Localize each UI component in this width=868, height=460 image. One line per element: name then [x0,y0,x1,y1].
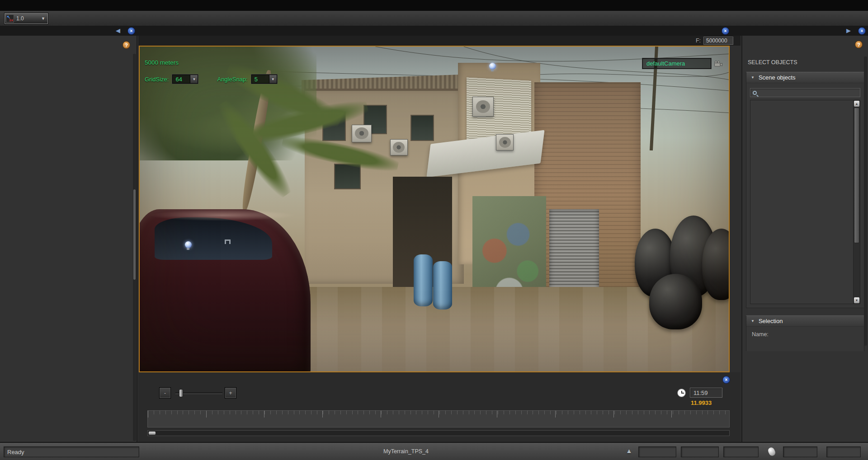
focus-cluster: F: 5000000 [696,37,741,45]
specialfx-toolbar: ? [0,36,137,55]
time-field[interactable]: 11:59 [690,388,722,398]
daytime-timeline[interactable] [147,410,730,427]
camera-icon [713,60,722,67]
timeline-scrollbar[interactable] [147,430,730,436]
character-marker-icon[interactable] [165,285,171,293]
search-input[interactable] [759,89,849,96]
zoom-level-dropdown[interactable]: 1x 1.0 ▼ [5,13,48,24]
object-filter-tabs [746,83,864,85]
far-offset-row [0,55,137,65]
menu-bar [0,0,868,11]
search-icon [753,91,757,95]
gridsize-value: 64 [173,76,190,83]
expand-right-icon[interactable]: ▶ [846,27,851,34]
tab-band: ◀ × × ▶ × [0,26,868,36]
daytime-toolbar: - + [142,387,239,399]
3d-viewport[interactable]: 5000 meters GridSize: 64 ▼ AngleSnap: 5 … [139,46,730,372]
character-marker-icon[interactable] [177,299,183,307]
specialfx-panel: ? [0,36,137,442]
name-label: Name: [752,331,769,338]
select-objects-label: SELECT OBJECTS [748,59,868,66]
coord-y-value [681,446,719,457]
map-name: MyTerrain_TPS_4 [383,448,429,455]
character-marker-icon[interactable] [169,312,175,319]
object-list: ▲ ▼ [750,100,860,304]
mouse-y-value [826,446,861,457]
app-root: 1x 1.0 ▼ ◀ × × ▶ × ? F: 5000000 [0,0,868,460]
scroll-up-icon[interactable]: ▲ [854,101,859,107]
anglesnap-value: 5 [252,76,269,83]
time-float-value: 11.9933 [691,399,712,406]
scene-objects-group: ▼ Scene objects ▲ ▼ [746,72,864,308]
camera-name-widget: defaultCamera [642,58,722,69]
chevron-down-icon[interactable]: ▼ [190,75,198,83]
scene-objects-title: Scene objects [759,74,796,81]
dock-close-icon[interactable]: × [722,27,729,35]
character-marker-icon[interactable] [193,289,199,296]
daytime-panel: × - + 11:59 11.9933 [138,372,741,442]
scrollbar-thumb[interactable] [854,108,859,243]
anglesnap-dropdown[interactable]: 5 ▼ [251,75,277,84]
slider-thumb[interactable] [179,389,183,397]
gridsize-label: GridSize: [145,76,169,83]
dock-close-icon[interactable]: × [722,376,730,384]
help-icon[interactable]: ? [123,41,130,49]
dock-close-icon[interactable]: × [127,27,135,35]
object-list-scrollbar[interactable]: ▲ ▼ [853,100,860,304]
selection-header[interactable]: ▼ Selection [746,316,864,327]
time-widget: 11:59 [677,388,722,398]
selection-group: ▼ Selection Name: [746,315,864,351]
collapse-triangle-icon[interactable]: ▼ [751,319,755,323]
zoom-out-button[interactable]: - [159,387,171,399]
grid-controls: GridSize: 64 ▼ AngleSnap: 5 ▼ [145,75,277,84]
terrain-coords-icon: ▲ [626,447,632,455]
scrollbar-thumb[interactable] [133,189,136,280]
main-toolbar: 1x 1.0 ▼ [0,11,868,26]
camera-name-field[interactable]: defaultCamera [642,58,711,69]
chevron-down-icon[interactable]: ▼ [41,16,47,21]
character-marker-icon[interactable] [319,281,325,289]
camera-gizmo-icon[interactable] [283,263,293,271]
zoom-in-button[interactable]: + [225,387,236,399]
gizmo-toolbar: ? [742,36,868,54]
mouse-icon [767,446,777,457]
view-distance-label: 5000 meters [145,59,179,66]
chevron-down-icon[interactable]: ▼ [269,75,277,83]
viewport-filter-row: F: 5000000 [138,36,741,46]
left-scrollbar[interactable] [133,54,136,441]
clamp-marker-icon[interactable] [225,239,231,244]
zoom-1x-icon: 1x [6,14,14,23]
timeline-zoom-slider[interactable] [175,392,222,394]
scene-vignette [140,47,729,371]
scene-objects-header[interactable]: ▼ Scene objects [746,72,864,83]
object-search[interactable] [750,88,860,97]
gridsize-dropdown[interactable]: 64 ▼ [172,75,198,84]
f-label: F: [696,38,701,44]
anglesnap-label: AngleSnap: [217,76,247,83]
scroll-down-icon[interactable]: ▼ [854,297,859,303]
clock-icon [677,389,686,397]
status-bar: Ready MyTerrain_TPS_4 ▲ [0,442,868,460]
coord-x-value [638,446,676,457]
light-marker-icon[interactable] [489,63,496,70]
help-icon[interactable]: ? [855,41,863,48]
coord-z-value [723,446,759,457]
selection-title: Selection [759,318,783,324]
mouse-x-value [783,446,817,457]
dock-close-icon[interactable]: × [858,27,866,35]
status-message: Ready [4,446,139,457]
scrollbar-thumb[interactable] [149,432,156,435]
collapse-left-icon[interactable]: ◀ [116,27,120,34]
focus-distance-field[interactable]: 5000000 [703,37,733,45]
right-scrollbar[interactable] [864,56,867,346]
collapse-triangle-icon[interactable]: ▼ [751,75,755,80]
objects-panel: ? SELECT OBJECTS ▼ Scene objects ▲ ▼ [741,36,868,442]
zoom-level-value: 1.0 [14,15,41,22]
